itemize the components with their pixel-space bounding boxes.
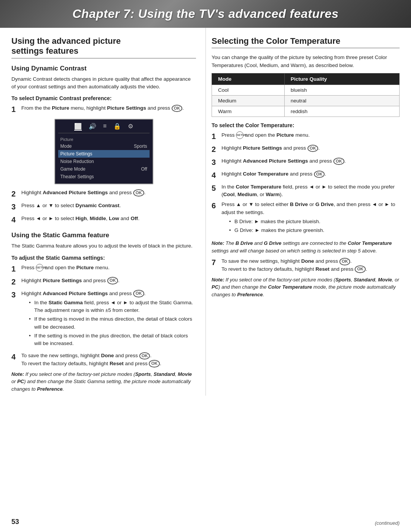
tv-icon-lock: 🔒	[113, 123, 121, 131]
right-column: Selecting the Color Temperature You can …	[206, 28, 400, 396]
r-step-5: 5 In the Color Temperature field, press …	[212, 183, 400, 199]
subsection2-title: Using the Static Gamma feature	[11, 232, 196, 239]
table-col1-header: Mode	[212, 73, 285, 85]
table-quality-medium: neutral	[284, 95, 399, 106]
s2-bullet-3: If the setting is moved in the plus dire…	[29, 332, 196, 348]
table-quality-warm: reddish	[284, 106, 399, 117]
ok-icon-r7: OK	[339, 258, 350, 265]
continued-text: (continued)	[375, 520, 400, 526]
tv-menu-row-theater: Theater Settings	[58, 173, 150, 181]
s2-bullet-2: If the setting is moved in the minus dir…	[29, 315, 196, 331]
s2-step-4: 4 To save the new settings, highlight Do…	[11, 352, 196, 367]
s2-bullet-list: In the Static Gamma field, press ◄ or ► …	[21, 299, 196, 348]
step-4: 4 Press ◄ or ► to select High, Middle, L…	[11, 215, 196, 225]
tv-menu-row-game: Game ModeOff	[58, 165, 150, 173]
r-step-3: 3 Highlight Advanced Picture Settings an…	[212, 157, 400, 168]
tv-menu-icons: ⬜ 🔊 ≡ 🔒 ⚙	[58, 123, 150, 133]
ok-icon-r2: OK	[307, 145, 319, 152]
r-step-2: 2 Highlight Picture Settings and press O…	[212, 144, 400, 155]
tv-menu-row-picture-settings: Picture Settings	[58, 150, 150, 158]
r-bullet-2: G Drive: ► makes the picture greenish.	[229, 227, 400, 234]
tv-icon-screen: ⬜	[74, 123, 82, 131]
ok-icon-s2-4: OK	[139, 352, 150, 359]
tv-icon-settings: ≡	[103, 123, 107, 131]
r-bullet-1: B Drive: ► makes the picture blueish.	[229, 218, 400, 225]
setup-icon-1: SETUP	[36, 264, 43, 272]
table-row: Warm reddish	[212, 106, 400, 117]
table-mode-warm: Warm	[212, 106, 285, 117]
right-intro: You can change the quality of the pictur…	[212, 54, 400, 69]
ok-icon-2: OK	[133, 189, 144, 197]
page-header: Chapter 7: Using the TV's advanced featu…	[0, 0, 411, 28]
table-col2-header: Picture Quality	[284, 73, 399, 85]
content-wrapper: Using the advanced picture settings feat…	[0, 28, 411, 407]
s2-note: Note: If you select one of the factory-s…	[11, 371, 196, 393]
tv-menu-row-noise: Noise Reduction	[58, 158, 150, 165]
color-temperature-table: Mode Picture Quality Cool blueish Medium…	[212, 73, 400, 117]
tv-icon-gear: ⚙	[128, 123, 133, 131]
ok-icon-s2-2: OK	[107, 277, 118, 284]
subsection1-intro: Dynamic Contrast detects changes in pict…	[11, 75, 196, 91]
page-footer: 53 (continued)	[0, 518, 411, 526]
subsection2-intro: The Static Gamma feature allows you to a…	[11, 242, 196, 250]
ok-icon-s2-3: OK	[133, 290, 144, 297]
table-row: Medium neutral	[212, 95, 400, 106]
procedure-label-2: To adjust the Static Gamma settings:	[11, 255, 196, 261]
tv-menu-mockup: ⬜ 🔊 ≡ 🔒 ⚙ Picture ModeSports Picture Set…	[54, 119, 153, 184]
r-step-4: 4 Highlight Color Temperature and press …	[212, 170, 400, 181]
right-procedure-label: To select the Color Temperature:	[212, 122, 400, 128]
subsection1-title: Using Dynamic Contrast	[11, 65, 196, 72]
r-bullet-list: B Drive: ► makes the picture blueish. G …	[221, 218, 400, 235]
ok-icon-r7b: OK	[355, 265, 366, 273]
step-1: 1 From the the Picture menu, highlight P…	[11, 104, 196, 115]
ok-icon-r4: OK	[314, 171, 325, 178]
r-step-7: 7 To save the new settings, highlight Do…	[212, 257, 400, 273]
step-3: 3 Press ▲ or ▼ to select Dynamic Contras…	[11, 202, 196, 212]
r-step-6: 6 Press ▲ or ▼ to select either B Drive …	[212, 201, 400, 236]
s2-step-3: 3 Highlight Advanced Picture Settings an…	[11, 290, 196, 350]
table-mode-medium: Medium	[212, 95, 285, 106]
s2-bullet-1: In the Static Gamma field, press ◄ or ► …	[29, 299, 196, 315]
tv-menu-label: Picture	[58, 136, 150, 142]
right-steps-list-2: 7 To save the new settings, highlight Do…	[212, 257, 400, 273]
right-steps-list: 1 Press SETUP and open the Picture menu.…	[212, 131, 400, 237]
step-2: 2 Highlight Advanced Picture Settings an…	[11, 189, 196, 200]
s2-step-2: 2 Highlight Picture Settings and press O…	[11, 277, 196, 288]
right-section-title: Selecting the Color Temperature	[212, 36, 400, 46]
tv-icon-audio: 🔊	[89, 123, 96, 131]
table-quality-cool: blueish	[284, 85, 399, 95]
table-row: Cool blueish	[212, 85, 400, 95]
page-number: 53	[11, 518, 19, 526]
steps-list-2: 1 Press SETUP and open the Picture menu.…	[11, 264, 196, 367]
left-column: Using the advanced picture settings feat…	[11, 28, 206, 396]
chapter-title: Chapter 7: Using the TV's advanced featu…	[15, 7, 396, 21]
right-section-divider	[212, 48, 400, 48]
r-note-2: Note: If you select one of the factory-s…	[212, 276, 400, 299]
steps-list-1: 1 From the the Picture menu, highlight P…	[11, 104, 196, 115]
r-note-1: Note: The B Drive and G Drive settings a…	[212, 240, 400, 254]
r-step-1: 1 Press SETUP and open the Picture menu.	[212, 131, 400, 142]
table-mode-cool: Cool	[212, 85, 285, 95]
left-section-title: Using the advanced picture settings feat…	[11, 36, 196, 56]
ok-icon-1: OK	[172, 105, 183, 112]
setup-icon-r1: SETUP	[236, 131, 244, 139]
procedure-label-1: To select Dynamic Contrast preference:	[11, 95, 196, 101]
tv-menu-row-mode: ModeSports	[58, 142, 150, 150]
ok-icon-s2-4b: OK	[149, 360, 160, 367]
section-divider	[11, 58, 196, 59]
steps-list-1b: 2 Highlight Advanced Picture Settings an…	[11, 189, 196, 225]
s2-step-1: 1 Press SETUP and open the Picture menu.	[11, 264, 196, 275]
ok-icon-r3: OK	[333, 158, 344, 165]
